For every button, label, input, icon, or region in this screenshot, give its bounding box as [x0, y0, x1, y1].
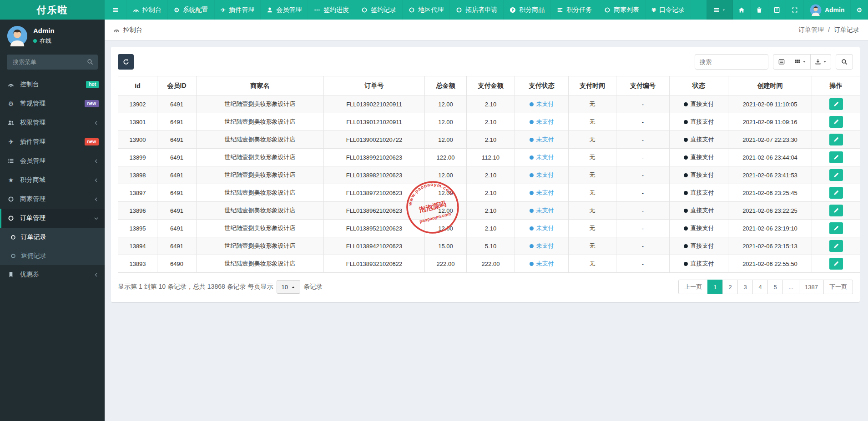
- sidebar-toggle-button[interactable]: [105, 0, 127, 20]
- cell-member-id: 6491: [157, 113, 197, 131]
- export-button[interactable]: [811, 54, 831, 70]
- table-row: 138986491世纪陆壹捌美妆形象设计店FLL0138982102062312…: [118, 166, 860, 184]
- cell-actions: [812, 166, 860, 184]
- table-search-input[interactable]: [695, 54, 768, 70]
- cell-pay-status: 未支付: [515, 202, 569, 220]
- nav-item-3[interactable]: 会员管理: [261, 0, 308, 20]
- sidebar-item-dashboard[interactable]: 控制台hot: [0, 75, 105, 94]
- edit-row-button[interactable]: [829, 98, 843, 110]
- edit-row-button[interactable]: [829, 205, 843, 216]
- edit-row-button[interactable]: [829, 151, 843, 163]
- cell-pay-status: 未支付: [515, 220, 569, 237]
- edit-row-button[interactable]: [829, 240, 843, 252]
- sidebar-item-coupons[interactable]: 优惠券: [0, 265, 105, 284]
- sidebar-item-label: 权限管理: [20, 119, 45, 127]
- brand-logo[interactable]: 付乐啦: [0, 0, 105, 20]
- edit-row-button[interactable]: [829, 222, 843, 234]
- sidebar-item-plugins[interactable]: ✈插件管理new: [0, 132, 105, 151]
- sidebar-item-merchants[interactable]: 商家管理: [0, 190, 105, 209]
- cell-actions: [812, 237, 860, 255]
- circle-icon: [7, 196, 15, 202]
- table-card: Id会员ID商家名订单号总金额支付金额支付状态支付时间支付编号状态创建时间操作 …: [111, 47, 860, 302]
- sidebar-item-label: 优惠券: [20, 271, 39, 279]
- cell-order-no: FLL01390021020722: [324, 131, 425, 149]
- cell-pay-time: 无: [569, 202, 616, 220]
- search-icon: [841, 59, 848, 65]
- cell-pay-no: -: [616, 166, 670, 184]
- cell-total: 12.00: [425, 131, 467, 149]
- status-label: 直接支付: [691, 225, 714, 231]
- cell-member-id: 6491: [157, 202, 197, 220]
- columns-button[interactable]: [790, 54, 811, 70]
- fullscreen-button[interactable]: [786, 0, 804, 20]
- search-icon[interactable]: [87, 59, 93, 65]
- edit-row-button[interactable]: [829, 116, 843, 128]
- trash-button[interactable]: [751, 0, 768, 20]
- pagination-page-5[interactable]: 5: [767, 280, 783, 294]
- user-menu[interactable]: Admin: [804, 0, 851, 20]
- nav-item-7[interactable]: 拓店者申请: [450, 0, 504, 20]
- nav-item-label: 签约记录: [371, 6, 396, 14]
- user-status[interactable]: 在线: [33, 37, 55, 45]
- cell-id: 13900: [118, 131, 157, 149]
- nav-item-6[interactable]: 地区代理: [403, 0, 450, 20]
- pagination-page-2[interactable]: 2: [722, 280, 738, 294]
- nav-item-8[interactable]: 积分商品: [504, 0, 551, 20]
- cell-paid: 2.10: [467, 202, 515, 220]
- column-header: 会员ID: [157, 76, 197, 95]
- pagination-page-1387[interactable]: 1387: [799, 280, 824, 294]
- settings-button[interactable]: ⚙: [851, 0, 868, 20]
- breadcrumb-parent[interactable]: 订单管理: [798, 26, 824, 34]
- nav-item-9[interactable]: 积分任务: [551, 0, 598, 20]
- home-button[interactable]: [733, 0, 751, 20]
- refresh-button[interactable]: [118, 54, 134, 70]
- pagination-toggle-button[interactable]: [773, 54, 790, 70]
- top-navbar: 付乐啦 控制台⚙系统配置✈插件管理会员管理签约进度签约记录地区代理拓店者申请积分…: [0, 0, 868, 20]
- pagination-next-button[interactable]: 下一页: [823, 280, 853, 294]
- sidebar-subitem-order-records[interactable]: 订单记录: [0, 228, 105, 246]
- sidebar-search-input[interactable]: [7, 55, 98, 70]
- breadcrumb-right: 订单管理 / 订单记录: [798, 26, 859, 34]
- edit-row-button[interactable]: [829, 187, 843, 199]
- edit-row-button[interactable]: [829, 134, 843, 145]
- sidebar-item-orders[interactable]: 订单管理: [0, 209, 105, 228]
- status-dot-icon: [684, 244, 688, 248]
- search-button[interactable]: [836, 54, 853, 70]
- badge-hot: hot: [86, 81, 99, 88]
- sidebar-item-permissions[interactable]: 权限管理: [0, 113, 105, 132]
- caret-up-icon: [291, 285, 295, 289]
- nav-item-5[interactable]: 签约记录: [355, 0, 403, 20]
- gear-icon: ⚙: [174, 7, 180, 13]
- edit-row-button[interactable]: [829, 258, 843, 270]
- nav-item-4[interactable]: 签约进度: [308, 0, 355, 20]
- cell-status: 直接支付: [670, 131, 728, 149]
- column-header: 操作: [812, 76, 860, 95]
- pagination-prev-button[interactable]: 上一页: [678, 280, 708, 294]
- cell-total: 12.00: [425, 220, 467, 237]
- cell-member-id: 6491: [157, 131, 197, 149]
- page-size-dropdown[interactable]: 10: [277, 280, 300, 294]
- cell-merchant: 世纪陆壹捌美妆形象设计店: [197, 166, 324, 184]
- nav-item-11[interactable]: ¥口令记录: [646, 0, 691, 20]
- nav-item-0[interactable]: 控制台: [127, 0, 168, 20]
- nav-item-10[interactable]: 商家列表: [598, 0, 646, 20]
- pagination-page-3[interactable]: 3: [737, 280, 753, 294]
- sidebar-item-points-mall[interactable]: ★积分商城: [0, 170, 105, 190]
- nav-item-1[interactable]: ⚙系统配置: [168, 0, 215, 20]
- column-header: 支付状态: [515, 76, 569, 95]
- cell-actions: [812, 220, 860, 237]
- sidebar-item-members[interactable]: 会员管理: [0, 151, 105, 170]
- pagination-page-4[interactable]: 4: [752, 280, 768, 294]
- nav-item-2[interactable]: ✈插件管理: [215, 0, 261, 20]
- status-label: 直接支付: [691, 100, 714, 107]
- menu-dropdown-button[interactable]: [707, 0, 733, 20]
- sidebar-item-label: 插件管理: [20, 138, 45, 146]
- pagination-page-1[interactable]: 1: [707, 280, 723, 294]
- sidebar-item-general[interactable]: ⚙常规管理new: [0, 94, 105, 113]
- sidebar-subitem-rebate-records[interactable]: 返佣记录: [0, 246, 105, 265]
- log-button[interactable]: [768, 0, 786, 20]
- cell-paid: 5.10: [467, 237, 515, 255]
- table-row: 138936490世纪陆壹捌美妆形象设计店FLL0138932102062222…: [118, 255, 860, 273]
- list-icon: [7, 158, 15, 164]
- edit-row-button[interactable]: [829, 169, 843, 181]
